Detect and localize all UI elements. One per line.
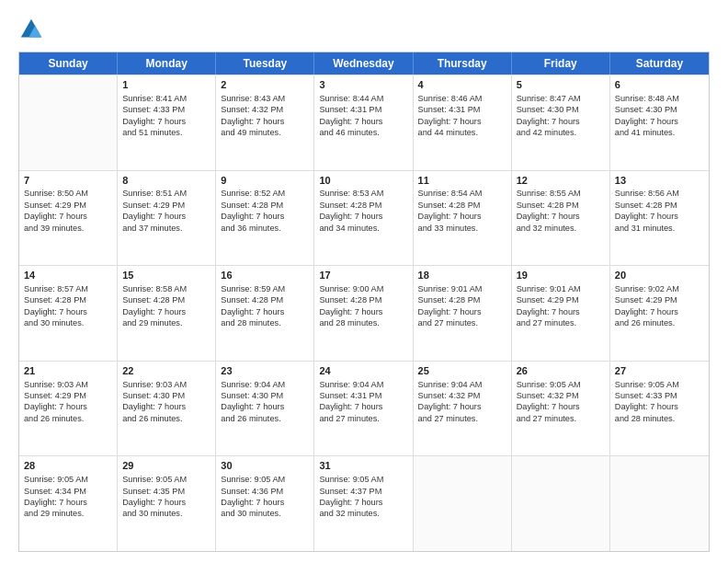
calendar-week-4: 21Sunrise: 9:03 AMSunset: 4:29 PMDayligh… [19,361,709,456]
cell-info-line: Sunset: 4:28 PM [418,294,506,305]
cell-info-line: Daylight: 7 hours [319,401,407,412]
cell-info-line: Sunset: 4:29 PM [517,294,605,305]
header-day-monday: Monday [118,52,216,75]
calendar-cell: 13Sunrise: 8:56 AMSunset: 4:28 PMDayligh… [610,171,709,266]
day-number: 31 [319,459,407,473]
header-day-thursday: Thursday [414,52,512,75]
cell-info-line: Daylight: 7 hours [418,211,506,222]
cell-info-line: and 42 minutes. [517,127,605,138]
cell-info-line: and 39 minutes. [24,223,112,234]
cell-info-line: and 32 minutes. [517,223,605,234]
cell-info-line: Sunset: 4:28 PM [221,200,309,211]
calendar-cell: 6Sunrise: 8:48 AMSunset: 4:30 PMDaylight… [610,75,709,170]
cell-info-line: and 34 minutes. [319,223,407,234]
cell-info-line: Sunrise: 9:04 AM [418,379,506,390]
cell-info-line: Sunrise: 8:48 AM [615,93,704,104]
cell-info-line: and 30 minutes. [24,317,112,328]
calendar-cell: 31Sunrise: 9:05 AMSunset: 4:37 PMDayligh… [314,456,413,551]
cell-info-line: and 28 minutes. [615,413,704,424]
calendar-cell [19,75,118,170]
cell-info-line: and 29 minutes. [122,317,210,328]
calendar-cell: 19Sunrise: 9:01 AMSunset: 4:29 PMDayligh… [512,266,610,361]
calendar-cell: 2Sunrise: 8:43 AMSunset: 4:32 PMDaylight… [216,75,314,170]
calendar: SundayMondayTuesdayWednesdayThursdayFrid… [18,52,710,552]
header-day-wednesday: Wednesday [314,52,413,75]
cell-info-line: Daylight: 7 hours [221,306,309,317]
calendar-cell: 28Sunrise: 9:05 AMSunset: 4:34 PMDayligh… [19,456,118,551]
cell-info-line: Sunset: 4:28 PM [319,294,407,305]
cell-info-line: Daylight: 7 hours [24,211,112,222]
calendar-cell: 25Sunrise: 9:04 AMSunset: 4:32 PMDayligh… [414,362,512,456]
day-number: 4 [418,78,506,92]
cell-info-line: Sunset: 4:36 PM [221,486,309,497]
cell-info-line: Sunset: 4:30 PM [517,104,605,115]
day-number: 29 [122,459,210,473]
day-number: 3 [319,78,407,92]
calendar-cell: 1Sunrise: 8:41 AMSunset: 4:33 PMDaylight… [118,75,216,170]
calendar-body: 1Sunrise: 8:41 AMSunset: 4:33 PMDaylight… [19,75,709,551]
day-number: 30 [221,459,309,473]
cell-info-line: and 26 minutes. [615,317,704,328]
calendar-cell: 8Sunrise: 8:51 AMSunset: 4:29 PMDaylight… [118,171,216,266]
logo-icon [18,17,44,42]
calendar-cell: 18Sunrise: 9:01 AMSunset: 4:28 PMDayligh… [414,266,512,361]
calendar-cell: 24Sunrise: 9:04 AMSunset: 4:31 PMDayligh… [314,362,413,456]
cell-info-line: Sunrise: 9:03 AM [122,379,210,390]
cell-info-line: Sunrise: 9:05 AM [615,379,704,390]
cell-info-line: and 26 minutes. [24,413,112,424]
cell-info-line: and 28 minutes. [221,317,309,328]
calendar-week-2: 7Sunrise: 8:50 AMSunset: 4:29 PMDaylight… [19,170,709,266]
cell-info-line: Sunrise: 8:41 AM [122,93,210,104]
calendar-cell: 21Sunrise: 9:03 AMSunset: 4:29 PMDayligh… [19,362,118,456]
cell-info-line: Daylight: 7 hours [221,401,309,412]
header-day-tuesday: Tuesday [216,52,314,75]
cell-info-line: Daylight: 7 hours [122,306,210,317]
cell-info-line: Sunrise: 9:00 AM [319,283,407,294]
cell-info-line: Sunset: 4:28 PM [615,200,704,211]
cell-info-line: Sunrise: 8:44 AM [319,93,407,104]
day-number: 10 [319,174,407,188]
cell-info-line: Sunrise: 9:05 AM [221,474,309,485]
calendar-cell: 11Sunrise: 8:54 AMSunset: 4:28 PMDayligh… [414,171,512,266]
day-number: 20 [615,269,704,282]
cell-info-line: Sunrise: 8:43 AM [221,93,309,104]
calendar-cell: 27Sunrise: 9:05 AMSunset: 4:33 PMDayligh… [610,362,709,456]
day-number: 7 [24,174,112,188]
calendar-cell: 23Sunrise: 9:04 AMSunset: 4:30 PMDayligh… [216,362,314,456]
cell-info-line: Sunrise: 9:02 AM [615,283,704,294]
cell-info-line: Sunset: 4:30 PM [615,104,704,115]
day-number: 19 [517,269,605,282]
cell-info-line: and 27 minutes. [517,413,605,424]
cell-info-line: Sunset: 4:32 PM [517,390,605,401]
day-number: 9 [221,174,309,188]
day-number: 13 [615,174,704,188]
calendar-header-row: SundayMondayTuesdayWednesdayThursdayFrid… [19,52,709,75]
cell-info-line: Sunset: 4:34 PM [24,486,112,497]
cell-info-line: Sunrise: 8:57 AM [24,283,112,294]
cell-info-line: Sunset: 4:33 PM [615,390,704,401]
calendar-cell: 26Sunrise: 9:05 AMSunset: 4:32 PMDayligh… [512,362,610,456]
cell-info-line: Daylight: 7 hours [319,306,407,317]
cell-info-line: Sunset: 4:28 PM [24,294,112,305]
day-number: 5 [517,78,605,92]
day-number: 11 [418,174,506,188]
cell-info-line: and 37 minutes. [122,223,210,234]
cell-info-line: Sunrise: 8:46 AM [418,93,506,104]
cell-info-line: Daylight: 7 hours [24,497,112,508]
cell-info-line: and 29 minutes. [24,508,112,519]
cell-info-line: Daylight: 7 hours [122,116,210,127]
calendar-cell: 30Sunrise: 9:05 AMSunset: 4:36 PMDayligh… [216,456,314,551]
calendar-cell [414,456,512,551]
cell-info-line: and 27 minutes. [517,317,605,328]
header-day-friday: Friday [512,52,610,75]
day-number: 23 [221,364,309,378]
header-day-saturday: Saturday [610,52,709,75]
cell-info-line: Sunrise: 9:04 AM [319,379,407,390]
day-number: 15 [122,269,210,282]
cell-info-line: Daylight: 7 hours [517,306,605,317]
cell-info-line: Sunrise: 8:47 AM [517,93,605,104]
cell-info-line: and 30 minutes. [221,508,309,519]
cell-info-line: Sunrise: 9:05 AM [24,474,112,485]
day-number: 1 [122,78,210,92]
calendar-cell: 17Sunrise: 9:00 AMSunset: 4:28 PMDayligh… [314,266,413,361]
